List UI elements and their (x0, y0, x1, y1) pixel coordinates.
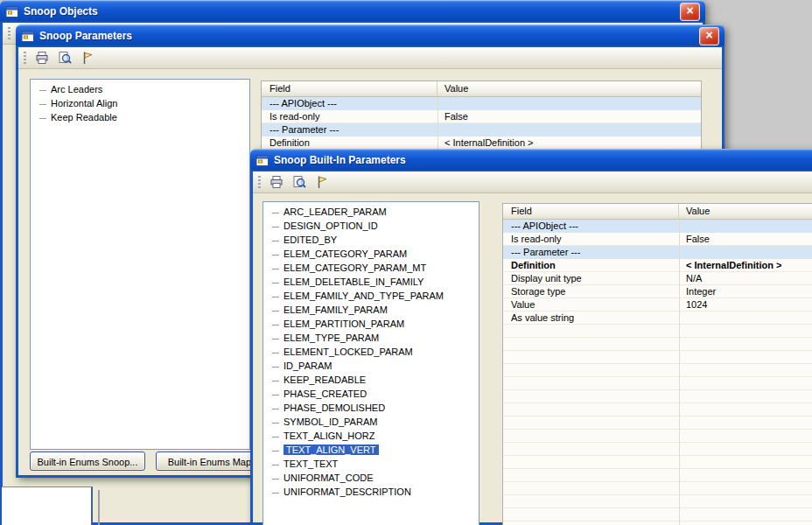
list-item[interactable]: ELEM_DELETABLE_IN_FAMILY (263, 275, 479, 289)
value-cell (679, 220, 812, 233)
field-cell: Display unit type (503, 272, 679, 285)
field-cell: --- Parameter --- (503, 246, 679, 259)
list-item[interactable]: ELEM_CATEGORY_PARAM (263, 247, 479, 261)
list-item[interactable]: DESIGN_OPTION_ID (263, 219, 479, 233)
grid-row[interactable]: Is read-onlyFalse (262, 110, 701, 123)
window-icon (5, 5, 19, 18)
flag-icon[interactable] (314, 175, 329, 190)
field-cell: Is read-only (503, 233, 679, 246)
snoop-parameters-title: Snoop Parameters (39, 30, 695, 42)
grid-category-row[interactable]: --- Parameter --- (503, 246, 812, 259)
list-item[interactable]: KEEP_READABLE (263, 373, 479, 387)
value-cell (438, 97, 701, 110)
list-item[interactable]: UNIFORMAT_DESCRIPTION (263, 485, 479, 499)
value-cell: 1024 (679, 298, 812, 312)
snoop-objects-titlebar[interactable]: Snoop Objects × (0, 0, 705, 23)
builtin-parameters-list: ARC_LEADER_PARAMDESIGN_OPTION_IDEDITED_B… (262, 201, 480, 525)
grid-category-row[interactable]: --- Parameter --- (262, 123, 701, 136)
grid-row[interactable]: As value string (503, 312, 812, 325)
value-column-header[interactable]: Value (438, 81, 701, 96)
grid-category-row[interactable]: --- APIObject --- (503, 220, 812, 233)
field-column-header[interactable]: Field (503, 204, 679, 219)
snoop-parameters-toolbar (18, 47, 722, 69)
value-cell: False (679, 233, 812, 246)
close-icon[interactable]: × (680, 3, 700, 21)
toolbar-grip (258, 176, 261, 189)
list-item[interactable]: ELEM_FAMILY_AND_TYPE_PARAM (263, 289, 479, 303)
preview-icon[interactable] (57, 51, 72, 66)
field-cell: --- APIObject --- (503, 220, 679, 233)
list-item[interactable]: ELEM_PARTITION_PARAM (263, 317, 479, 331)
list-item[interactable]: EDITED_BY (263, 233, 479, 247)
builtin-field-value-grid: Field Value --- APIObject ---Is read-onl… (502, 203, 812, 525)
field-cell: Definition (262, 136, 438, 150)
grid-header: Field Value (262, 81, 701, 97)
list-item[interactable]: ELEM_TYPE_PARAM (263, 331, 479, 345)
list-item[interactable]: Keep Readable (31, 110, 249, 124)
flag-icon[interactable] (80, 51, 94, 66)
value-cell (438, 123, 701, 136)
value-cell: Integer (679, 285, 812, 298)
grid-row[interactable]: Definition< InternalDefinition > (503, 259, 812, 272)
snoop-builtin-titlebar[interactable]: Snoop Built-In Parameters × (250, 149, 812, 172)
background-panel-corner (2, 486, 93, 525)
grid-row[interactable]: Definition< InternalDefinition > (262, 136, 701, 150)
value-cell: N/A (679, 272, 812, 285)
list-item[interactable]: PHASE_CREATED (263, 387, 479, 401)
field-cell: Value (503, 298, 679, 312)
list-item[interactable]: TEXT_ALIGN_VERT (263, 443, 479, 457)
snoop-objects-title: Snoop Objects (24, 5, 676, 18)
list-item[interactable]: ELEMENT_LOCKED_PARAM (263, 345, 479, 359)
builtin-enums-snoop-button[interactable]: Built-in Enums Snoop... (30, 452, 145, 471)
value-cell (679, 246, 812, 259)
print-icon[interactable] (269, 175, 284, 190)
grid-row[interactable]: Is read-onlyFalse (503, 233, 812, 246)
parameters-tree: Arc LeadersHorizontal AlignKeep Readable (30, 79, 250, 450)
window-icon (256, 154, 270, 167)
list-item[interactable]: PHASE_DEMOLISHED (263, 401, 479, 415)
list-item[interactable]: TEXT_TEXT (263, 457, 479, 471)
list-item[interactable]: UNIFORMAT_CODE (263, 471, 479, 485)
toolbar-grip (8, 27, 10, 40)
grid-row[interactable]: Storage typeInteger (503, 285, 812, 298)
list-item[interactable]: Horizontal Align (31, 96, 249, 110)
grid-header: Field Value (503, 204, 812, 220)
value-cell (679, 312, 812, 325)
snoop-parameters-titlebar[interactable]: Snoop Parameters × (16, 24, 724, 47)
list-item[interactable]: SYMBOL_ID_PARAM (263, 415, 479, 429)
list-item[interactable]: ELEM_FAMILY_PARAM (263, 303, 479, 317)
field-cell: --- Parameter --- (262, 123, 438, 136)
grid-row[interactable]: Value1024 (503, 298, 812, 312)
selected-list-item-label: TEXT_ALIGN_VERT (284, 444, 379, 455)
snoop-builtin-toolbar (253, 172, 812, 193)
print-icon[interactable] (34, 51, 49, 66)
list-item[interactable]: ARC_LEADER_PARAM (263, 205, 479, 219)
background-panel-divider (98, 490, 100, 525)
field-cell: Is read-only (262, 110, 438, 123)
list-item[interactable]: Arc Leaders (31, 82, 249, 96)
value-cell: < InternalDefinition > (679, 259, 812, 272)
field-cell: As value string (503, 312, 679, 325)
toolbar-grip (24, 52, 26, 65)
value-cell: < InternalDefinition > (438, 136, 701, 150)
value-cell: False (438, 110, 701, 123)
grid-category-row[interactable]: --- APIObject --- (262, 97, 701, 110)
value-column-header[interactable]: Value (679, 204, 812, 219)
window-snoop-builtin-parameters: Snoop Built-In Parameters × ARC_LEADER_P… (250, 149, 812, 525)
window-icon (21, 30, 35, 43)
snoop-builtin-title: Snoop Built-In Parameters (274, 154, 812, 166)
grid-body: --- APIObject ---Is read-onlyFalse--- Pa… (503, 220, 812, 525)
field-cell: Definition (503, 259, 679, 272)
list-item[interactable]: ID_PARAM (263, 359, 479, 373)
close-icon[interactable]: × (699, 27, 719, 46)
grid-row[interactable]: Display unit typeN/A (503, 272, 812, 285)
field-column-header[interactable]: Field (262, 81, 438, 96)
field-cell: Storage type (503, 285, 679, 298)
field-cell: --- APIObject --- (262, 97, 438, 110)
desktop: Snoop Objects × Snoop Parameters × (0, 0, 812, 525)
list-item[interactable]: TEXT_ALIGN_HORZ (263, 429, 479, 443)
preview-icon[interactable] (291, 175, 306, 190)
list-item[interactable]: ELEM_CATEGORY_PARAM_MT (263, 261, 479, 275)
